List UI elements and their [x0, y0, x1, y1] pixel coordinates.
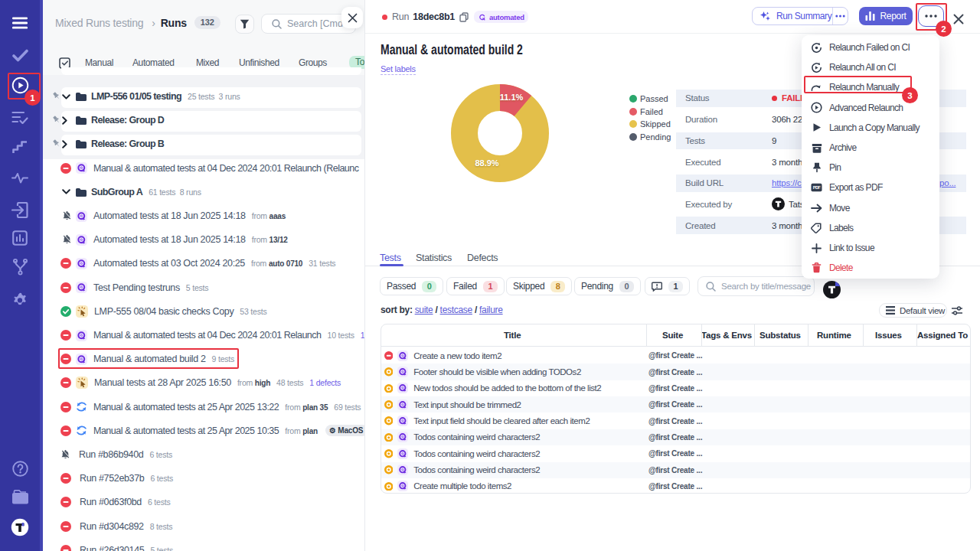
svg-text:PDF: PDF: [813, 186, 822, 191]
svg-text:11.1%: 11.1%: [500, 93, 524, 102]
svg-text:88.9%: 88.9%: [475, 158, 498, 168]
